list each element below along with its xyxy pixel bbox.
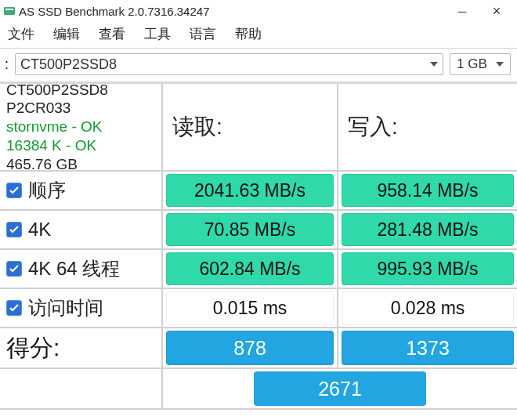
app-icon bbox=[3, 5, 16, 17]
k4-64-write-value: 995.93 MB/s bbox=[342, 252, 514, 285]
row-seq: 顺序 bbox=[0, 172, 163, 211]
drive-driver-status: stornvme - OK bbox=[6, 118, 102, 136]
drive-model: CT500P2SSD8 bbox=[6, 81, 108, 100]
row-access-label: 访问时间 bbox=[28, 295, 103, 320]
menu-help[interactable]: 帮助 bbox=[235, 25, 262, 43]
drive-alignment-status: 16384 K - OK bbox=[6, 136, 96, 155]
drive-firmware: P2CR033 bbox=[6, 99, 70, 118]
drive-select[interactable]: CT500P2SSD8 bbox=[15, 53, 443, 75]
svg-rect-1 bbox=[5, 9, 13, 10]
size-select[interactable]: 1 GB bbox=[450, 53, 511, 75]
seq-write-value: 958.14 MB/s bbox=[342, 174, 514, 207]
row-4k-label: 4K bbox=[28, 219, 51, 241]
menubar: 文件 编辑 查看 工具 语言 帮助 bbox=[0, 22, 517, 49]
k4-read-value: 70.85 MB/s bbox=[166, 213, 334, 246]
chevron-down-icon bbox=[496, 62, 504, 67]
score-label: 得分: bbox=[0, 328, 163, 369]
titlebar: AS SSD Benchmark 2.0.7316.34247 ─ × bbox=[0, 0, 517, 22]
svg-rect-0 bbox=[4, 7, 15, 15]
minimize-button[interactable]: ─ bbox=[445, 5, 479, 18]
row-access: 访问时间 bbox=[0, 289, 163, 328]
seq-read-value: 2041.63 MB/s bbox=[166, 174, 334, 207]
score-write-value: 1373 bbox=[342, 331, 514, 365]
k4-64-read-value: 602.84 MB/s bbox=[166, 252, 334, 285]
window-title: AS SSD Benchmark 2.0.7316.34247 bbox=[19, 5, 445, 18]
close-button[interactable]: × bbox=[479, 3, 514, 20]
menu-view[interactable]: 查看 bbox=[99, 25, 125, 43]
score-total-spacer bbox=[0, 369, 163, 410]
k4-write-value: 281.48 MB/s bbox=[342, 213, 514, 246]
menu-tools[interactable]: 工具 bbox=[144, 25, 171, 43]
checkbox-4k[interactable] bbox=[6, 222, 22, 237]
row-4k: 4K bbox=[0, 211, 163, 250]
drive-capacity: 465.76 GB bbox=[6, 155, 78, 174]
menu-edit[interactable]: 编辑 bbox=[53, 25, 80, 43]
checkbox-access[interactable] bbox=[6, 300, 22, 316]
score-total-row: 2671 bbox=[163, 369, 517, 410]
chevron-down-icon bbox=[430, 62, 438, 67]
checkbox-seq[interactable] bbox=[6, 183, 22, 198]
access-write-value: 0.028 ms bbox=[342, 291, 514, 324]
access-read-value: 0.015 ms bbox=[166, 291, 334, 324]
drive-label-colon: : bbox=[5, 56, 9, 73]
menu-file[interactable]: 文件 bbox=[8, 25, 34, 43]
row-4k64-label: 4K 64 线程 bbox=[28, 256, 120, 281]
size-select-value: 1 GB bbox=[457, 56, 487, 72]
drive-info: CT500P2SSD8 P2CR033 stornvme - OK 16384 … bbox=[0, 84, 163, 172]
drive-select-value: CT500P2SSD8 bbox=[20, 56, 117, 73]
header-read: 读取: bbox=[163, 84, 338, 172]
score-total-value: 2671 bbox=[254, 371, 426, 406]
header-write: 写入: bbox=[338, 84, 517, 172]
results-grid: CT500P2SSD8 P2CR033 stornvme - OK 16384 … bbox=[0, 82, 517, 410]
score-read-value: 878 bbox=[166, 331, 334, 365]
checkbox-4k64[interactable] bbox=[6, 261, 22, 277]
menu-language[interactable]: 语言 bbox=[190, 25, 216, 43]
toolbar: : CT500P2SSD8 1 GB bbox=[0, 49, 517, 82]
row-4k64: 4K 64 线程 bbox=[0, 250, 163, 289]
row-seq-label: 顺序 bbox=[28, 178, 66, 203]
